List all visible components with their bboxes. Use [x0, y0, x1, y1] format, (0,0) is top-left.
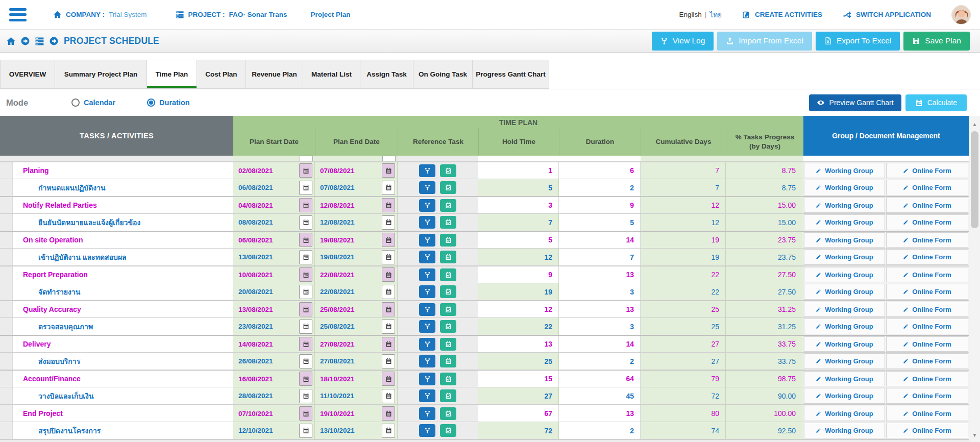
scrollbar-thumb[interactable]: [971, 131, 978, 228]
lang-english[interactable]: English: [679, 11, 702, 18]
duration-cell[interactable]: 3: [559, 318, 641, 335]
calendar-picker-button[interactable]: [382, 250, 395, 264]
online-form-link[interactable]: Online Form: [886, 180, 968, 195]
task-name-field[interactable]: Planing: [12, 162, 233, 179]
reference-branch-button[interactable]: [419, 164, 435, 177]
calendar-picker-button[interactable]: [382, 320, 395, 334]
plan-end-date-cell[interactable]: 19/08/2021: [315, 232, 398, 248]
reference-calendar-check-button[interactable]: [440, 285, 456, 298]
reference-calendar-check-button[interactable]: [440, 268, 456, 281]
reference-calendar-check-button[interactable]: [440, 303, 456, 316]
hold-time-cell[interactable]: 7: [478, 214, 559, 231]
hold-time-cell[interactable]: 22: [478, 318, 559, 335]
plan-start-date-cell[interactable]: 12/10/2021: [233, 422, 315, 439]
working-group-link[interactable]: Working Group: [804, 180, 885, 195]
online-form-link[interactable]: Online Form: [886, 163, 968, 178]
duration-cell[interactable]: 14: [559, 232, 641, 248]
working-group-link[interactable]: Working Group: [804, 353, 885, 369]
online-form-link[interactable]: Online Form: [886, 232, 968, 248]
task-name-field[interactable]: จัดทำรายงาน: [12, 283, 233, 300]
calendar-picker-button[interactable]: [299, 354, 312, 369]
working-group-link[interactable]: Working Group: [804, 267, 885, 282]
calendar-picker-button[interactable]: [382, 406, 395, 421]
plan-start-date-cell[interactable]: 28/08/2021: [233, 387, 315, 404]
calendar-picker-button[interactable]: [299, 320, 312, 334]
plan-end-date-cell[interactable]: 19/10/2021: [315, 405, 398, 422]
hold-time-cell[interactable]: 1: [478, 162, 559, 179]
plan-start-date-cell[interactable]: 13/08/2021: [233, 301, 315, 317]
plan-start-date-cell[interactable]: 02/08/2021: [233, 162, 315, 179]
duration-cell[interactable]: 13: [559, 266, 641, 283]
calendar-picker-button[interactable]: [299, 215, 312, 230]
plan-end-date-cell[interactable]: 12/08/2021: [315, 197, 398, 213]
plan-start-date-cell[interactable]: 10/08/2021: [233, 266, 315, 283]
reference-branch-button[interactable]: [419, 268, 435, 281]
task-name-field[interactable]: Account/Finance: [12, 371, 233, 387]
plan-end-date-cell[interactable]: 22/08/2021: [315, 266, 398, 283]
reference-calendar-check-button[interactable]: [440, 373, 456, 385]
plan-start-date-cell[interactable]: 04/08/2021: [233, 197, 315, 213]
plan-end-date-cell[interactable]: 07/08/2021: [315, 179, 398, 196]
calendar-picker-button[interactable]: [299, 163, 312, 178]
plan-end-date-cell[interactable]: 27/08/2021: [315, 336, 398, 352]
duration-cell[interactable]: 14: [559, 336, 641, 352]
reference-branch-button[interactable]: [419, 303, 435, 316]
calendar-picker-button[interactable]: [299, 285, 312, 299]
plan-start-date-cell[interactable]: 06/08/2021: [233, 232, 315, 248]
hold-time-cell[interactable]: 27: [478, 387, 559, 404]
online-form-link[interactable]: Online Form: [886, 318, 968, 334]
project-link[interactable]: PROJECT : FAO- Sonar Trans: [176, 10, 287, 19]
working-group-link[interactable]: Working Group: [804, 388, 885, 404]
export-to-excel-button[interactable]: Export To Excel: [816, 32, 900, 51]
calendar-picker-button[interactable]: [382, 267, 395, 282]
reference-calendar-check-button[interactable]: [440, 199, 456, 212]
preview-gantt-chart-button[interactable]: Preview Gantt Chart: [809, 94, 901, 111]
reference-branch-button[interactable]: [419, 373, 435, 385]
reference-branch-button[interactable]: [419, 216, 435, 229]
plan-start-date-cell[interactable]: 08/08/2021: [233, 214, 315, 231]
calendar-picker-button[interactable]: [382, 198, 395, 212]
online-form-link[interactable]: Online Form: [886, 388, 968, 404]
import-from-excel-button[interactable]: Import From Excel: [717, 32, 812, 51]
plan-end-date-cell[interactable]: 27/08/2021: [315, 353, 398, 370]
task-name-field[interactable]: สรุปปิดงานโครงการ: [12, 422, 233, 439]
task-name-field[interactable]: Report Preparation: [12, 266, 233, 283]
user-avatar[interactable]: [951, 5, 971, 24]
online-form-link[interactable]: Online Form: [886, 267, 968, 282]
mode-radio-duration[interactable]: Duration: [147, 99, 190, 107]
working-group-link[interactable]: Working Group: [804, 371, 885, 386]
plan-end-date-cell[interactable]: 25/08/2021: [315, 301, 398, 317]
calendar-picker-button[interactable]: [382, 215, 395, 230]
reference-calendar-check-button[interactable]: [440, 251, 456, 263]
reference-branch-button[interactable]: [419, 181, 435, 194]
calendar-picker-button[interactable]: [382, 302, 395, 316]
tab-summary-project-plan[interactable]: Summary Project Plan: [55, 60, 147, 89]
task-name-field[interactable]: Delivery: [12, 336, 233, 352]
tab-material-list[interactable]: Material List: [303, 60, 360, 89]
reference-calendar-check-button[interactable]: [440, 234, 456, 247]
calendar-picker-button[interactable]: [382, 285, 395, 299]
hold-time-cell[interactable]: 67: [478, 405, 559, 422]
calendar-picker-button[interactable]: [382, 389, 395, 403]
vertical-scrollbar[interactable]: ▲ ▼: [969, 116, 980, 442]
calendar-picker-button[interactable]: [299, 406, 312, 421]
duration-cell[interactable]: 64: [559, 371, 641, 387]
duration-cell[interactable]: 13: [559, 405, 641, 422]
plan-end-date-cell[interactable]: 19/08/2021: [315, 249, 398, 265]
duration-cell[interactable]: 9: [559, 197, 641, 213]
breadcrumb-home-icon[interactable]: [6, 36, 16, 46]
duration-cell[interactable]: 3: [559, 283, 641, 300]
plan-start-date-cell[interactable]: 14/08/2021: [233, 336, 315, 352]
reference-branch-button[interactable]: [419, 234, 435, 247]
working-group-link[interactable]: Working Group: [804, 249, 885, 265]
lang-thai[interactable]: ไทย: [709, 9, 722, 20]
plan-end-date-cell[interactable]: 11/10/2021: [315, 387, 398, 404]
working-group-link[interactable]: Working Group: [804, 284, 885, 300]
reference-calendar-check-button[interactable]: [440, 216, 456, 229]
working-group-link[interactable]: Working Group: [804, 336, 885, 352]
task-name-field[interactable]: ส่งมอบบริการ: [12, 353, 233, 370]
duration-cell[interactable]: 2: [559, 353, 641, 370]
task-name-field[interactable]: On site Operation: [12, 232, 233, 248]
duration-cell[interactable]: 7: [559, 249, 641, 265]
tab-on-going-task[interactable]: On Going Task: [413, 60, 473, 89]
